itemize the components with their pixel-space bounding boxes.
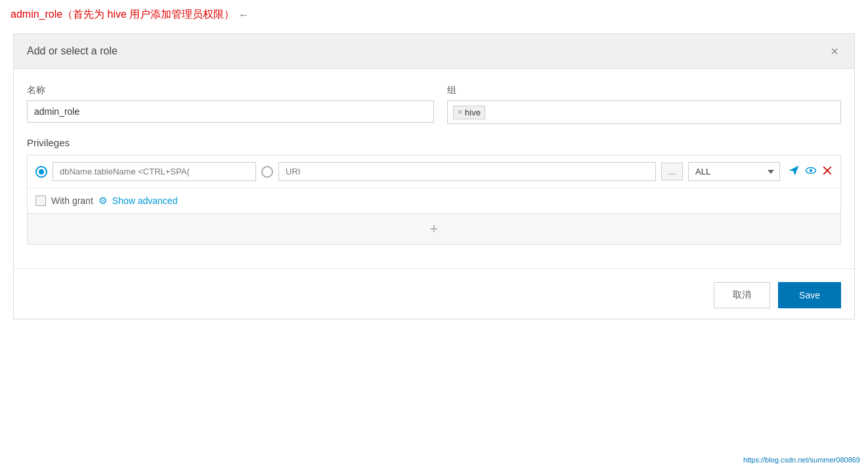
dialog-footer: 取消 Save	[14, 268, 854, 319]
dots-button[interactable]: ...	[661, 163, 683, 180]
radio-db-selected[interactable]	[35, 166, 47, 178]
tag-remove-button[interactable]: ×	[458, 108, 462, 116]
dialog-close-button[interactable]: ×	[828, 45, 841, 58]
group-tag: × hive	[453, 106, 485, 119]
name-label: 名称	[27, 85, 434, 96]
gear-icon: ⚙	[98, 195, 107, 207]
group-tag-field[interactable]: × hive	[447, 100, 841, 124]
form-group-name: 名称	[27, 85, 434, 124]
db-table-input[interactable]	[53, 162, 256, 181]
dialog: Add or select a role × 名称 组 × hive	[13, 33, 855, 319]
with-grant-row: With grant ⚙ Show advanced	[28, 188, 840, 213]
privileges-section: Privileges ...	[27, 137, 841, 245]
page-title: admin_role（首先为 hive 用户添加管理员权限）	[11, 8, 234, 22]
with-grant-checkbox[interactable]	[35, 195, 46, 206]
form-row-name-group: 名称 组 × hive	[27, 85, 841, 124]
eye-icon[interactable]	[805, 165, 817, 179]
uri-input[interactable]	[278, 162, 656, 181]
cancel-button[interactable]: 取消	[714, 282, 770, 308]
form-group-group: 组 × hive	[447, 85, 841, 124]
privileges-label: Privileges	[27, 137, 841, 148]
privilege-select[interactable]: ALL SELECT INSERT UPDATE DELETE	[688, 162, 780, 181]
privilege-row: ... ALL SELECT INSERT UPDATE DELETE	[28, 155, 840, 188]
remove-privilege-icon[interactable]	[822, 165, 833, 178]
dialog-header: Add or select a role ×	[14, 34, 854, 69]
page-title-bar: admin_role（首先为 hive 用户添加管理员权限） ←	[0, 0, 868, 27]
add-privilege-row-container: +	[28, 213, 840, 244]
radio-inner	[39, 169, 44, 174]
add-privilege-button[interactable]: +	[430, 222, 439, 236]
group-label: 组	[447, 85, 841, 96]
show-advanced-link[interactable]: Show advanced	[112, 195, 178, 206]
radio-uri-empty[interactable]	[261, 166, 273, 178]
name-input[interactable]	[27, 100, 434, 123]
page-title-arrow: ←	[238, 9, 249, 21]
action-icons	[788, 165, 833, 179]
send-icon[interactable]	[788, 165, 800, 179]
svg-point-1	[810, 169, 813, 172]
dialog-body: 名称 组 × hive Privileges	[14, 69, 854, 255]
save-button[interactable]: Save	[778, 282, 841, 308]
with-grant-label: With grant	[51, 195, 93, 206]
privileges-container: ... ALL SELECT INSERT UPDATE DELETE	[27, 155, 841, 245]
footer-link: https://blog.csdn.net/summer080869	[743, 456, 860, 464]
tag-value: hive	[465, 108, 481, 117]
dialog-header-title: Add or select a role	[27, 45, 118, 57]
